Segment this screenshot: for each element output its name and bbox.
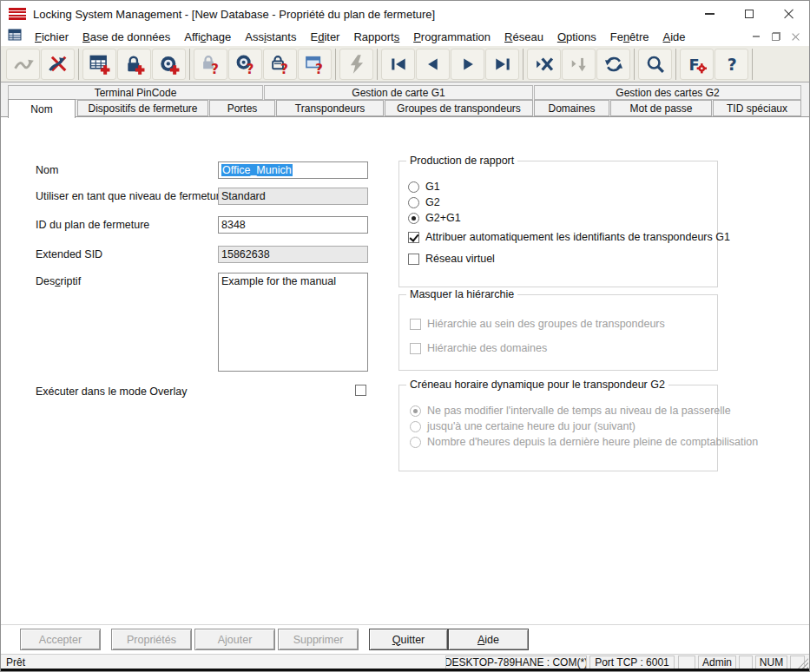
attribuer-auto-checkbox[interactable] [408, 232, 419, 243]
extended-sid-input: 15862638 [218, 246, 368, 263]
tab-portes[interactable]: Portes [209, 100, 275, 116]
next-record-button[interactable] [451, 49, 484, 80]
filter-settings-button[interactable]: F [680, 49, 714, 80]
window-bottom-edge [1, 669, 809, 671]
delete-record-button[interactable] [527, 49, 561, 80]
flash-icon [346, 53, 368, 76]
radio-g2-control[interactable] [408, 197, 419, 208]
read-card-button[interactable]: ? [263, 49, 297, 80]
mdi-minimize-button[interactable] [747, 30, 764, 43]
menu-aide[interactable]: Aide [656, 29, 693, 45]
radio-g1[interactable]: G1 [408, 181, 440, 193]
app-logo-icon [9, 8, 26, 21]
read-lock-button[interactable]: ? [194, 49, 227, 80]
accepter-button: Accepter [20, 629, 101, 650]
disconnect-button[interactable] [41, 49, 75, 80]
first-record-button[interactable] [381, 49, 415, 80]
first-record-icon [387, 53, 410, 76]
menu-reseau[interactable]: Réseau [497, 29, 550, 45]
add-lock-button[interactable] [117, 49, 151, 80]
status-com-port: DESKTOP-789HANE : COM(*) [445, 656, 587, 669]
menu-rapports[interactable]: Rapports [346, 29, 406, 45]
tab-mot-de-passe[interactable]: Mot de passe [610, 100, 712, 116]
reseau-virtuel-checkbox[interactable] [408, 254, 419, 265]
svg-text:?: ? [727, 55, 736, 74]
tab-domaines[interactable]: Domaines [534, 100, 609, 116]
caption-controls [689, 1, 809, 27]
maximize-button[interactable] [729, 1, 769, 27]
production-de-rapport-group: Production de rapport G1 G2 G2+G1 Attrib… [398, 161, 718, 287]
new-locking-plan-button[interactable] [82, 49, 116, 80]
close-button[interactable] [769, 1, 809, 27]
tab-gestion-carte-g1[interactable]: Gestion de carte G1 [264, 85, 533, 100]
svg-text:?: ? [211, 61, 219, 75]
quitter-button[interactable]: Quitter [369, 629, 448, 650]
menu-editer[interactable]: Editer [303, 29, 346, 45]
nom-label: Nom [36, 164, 58, 176]
svg-text:?: ? [315, 61, 323, 75]
add-transponder-button[interactable] [152, 49, 186, 80]
descriptif-label: Descriptif [36, 275, 81, 287]
program-flash-button[interactable] [339, 49, 373, 80]
toolbar-separator [675, 49, 676, 80]
radio-g1-control[interactable] [408, 181, 419, 193]
menu-fichier[interactable]: Fichier [28, 29, 76, 45]
disconnect-icon [47, 53, 69, 76]
tab-terminal-pincode[interactable]: Terminal PinCode [8, 85, 263, 100]
tab-gestion-cartes-g2[interactable]: Gestion des cartes G2 [534, 85, 801, 100]
radio-g2[interactable]: G2 [408, 196, 440, 208]
mdi-close-button[interactable] [787, 30, 804, 43]
minimize-button[interactable] [689, 1, 729, 27]
search-button[interactable] [638, 49, 672, 80]
radio-ne-pas-modifier-control [410, 405, 421, 417]
descriptif-textarea[interactable]: Example for the manual [218, 273, 368, 372]
jump-record-button[interactable] [562, 49, 596, 80]
status-empty-2 [739, 656, 753, 669]
tab-tid-speciaux[interactable]: TID spéciaux [713, 100, 801, 116]
status-num-lock: NUM [755, 656, 787, 669]
nom-value: Office_Munich [221, 164, 293, 176]
menu-fenetre[interactable]: Fenêtre [603, 29, 656, 45]
aide-button[interactable]: Aide [448, 629, 529, 650]
nom-input[interactable]: Office_Munich [218, 161, 368, 179]
radio-nombre-heures: Nombre d'heures depuis la dernière heure… [410, 436, 758, 448]
sync-button[interactable] [6, 49, 40, 80]
read-transponder-icon: ? [234, 53, 257, 76]
toolbar-separator [189, 49, 190, 80]
tab-nom[interactable]: Nom [8, 99, 76, 118]
menu-assistants[interactable]: Assistants [238, 29, 303, 45]
radio-jusqua-heure: jusqu'à une certaine heure du jour (suiv… [410, 420, 635, 432]
help-button[interactable]: ? [715, 49, 748, 80]
refresh-button[interactable] [596, 49, 630, 80]
document-icon[interactable] [8, 29, 22, 44]
plan-id-input[interactable]: 8348 [218, 216, 368, 234]
last-record-button[interactable] [485, 49, 519, 80]
hierarchie-domaines-checkbox [410, 343, 421, 354]
radio-g2-g1[interactable]: G2+G1 [408, 212, 461, 224]
mdi-minimize-icon [753, 36, 760, 37]
menu-options[interactable]: Options [550, 29, 603, 45]
hierarchie-groupes-check: Hiérarchie au sein des groupes de transp… [410, 318, 665, 330]
menu-programmation[interactable]: Programmation [406, 29, 497, 45]
toolbar-separator [377, 49, 378, 80]
masquer-hierarchie-title: Masquer la hiérarchie [406, 288, 517, 300]
tab-groupes-de-transpondeurs[interactable]: Groupes de transpondeurs [385, 100, 533, 116]
menu-base-de-donnees[interactable]: Base de données [76, 29, 177, 45]
tab-transpondeurs[interactable]: Transpondeurs [276, 100, 384, 116]
read-transponder-button[interactable]: ? [228, 49, 262, 80]
attribuer-auto-check[interactable]: Attribuer automatiquement les identifian… [408, 231, 730, 243]
reseau-virtuel-check[interactable]: Réseau virtuel [408, 253, 495, 265]
menu-affichage[interactable]: Affichage [177, 29, 238, 45]
read-lock-icon: ? [200, 53, 222, 76]
delete-record-icon [533, 53, 556, 76]
status-empty-1 [678, 656, 695, 669]
read-window-button[interactable]: ? [298, 49, 332, 80]
overlay-checkbox[interactable] [355, 385, 366, 396]
mdi-restore-button[interactable] [767, 30, 784, 43]
toolbar-separator [335, 49, 336, 80]
niveau-input: Standard [218, 188, 368, 205]
previous-record-button[interactable] [416, 49, 450, 80]
jump-record-icon [568, 53, 590, 76]
tab-dispositifs-de-fermeture[interactable]: Dispositifs de fermeture [77, 100, 208, 116]
radio-g2-g1-control[interactable] [408, 213, 419, 224]
